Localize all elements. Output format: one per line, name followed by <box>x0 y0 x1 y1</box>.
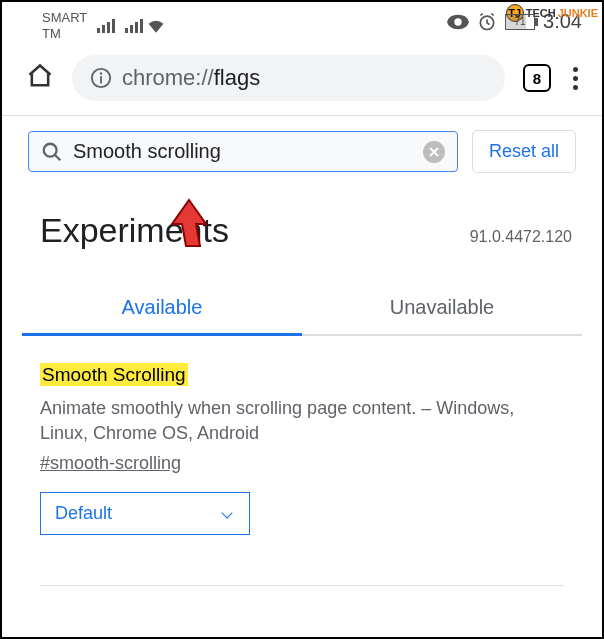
eye-icon <box>447 14 469 30</box>
carrier-label-2: TM <box>42 26 87 42</box>
alarm-icon <box>477 12 497 32</box>
url-scheme: chrome:// <box>122 65 214 90</box>
info-icon <box>90 67 112 89</box>
browser-toolbar: chrome://flags 8 <box>2 45 602 116</box>
search-icon <box>41 141 63 163</box>
signal-icon-2 <box>125 19 143 33</box>
search-row: Reset all <box>2 116 602 187</box>
tab-bar: Available Unavailable <box>22 282 582 336</box>
cursor-pointer-overlay <box>166 198 212 250</box>
svg-rect-3 <box>100 76 102 83</box>
flag-entry: Smooth Scrolling Animate smoothly when s… <box>2 336 602 562</box>
svg-line-5 <box>55 154 61 160</box>
close-icon <box>429 147 439 157</box>
page-header: Experiments 91.0.4472.120 <box>2 187 602 264</box>
search-input[interactable] <box>73 140 413 163</box>
reset-all-button[interactable]: Reset all <box>472 130 576 173</box>
search-box[interactable] <box>28 131 458 172</box>
flag-title: Smooth Scrolling <box>40 363 188 386</box>
flag-anchor-link[interactable]: #smooth-scrolling <box>40 453 181 474</box>
divider <box>40 585 564 586</box>
battery-percent: 71 <box>515 16 526 27</box>
tab-switcher-button[interactable]: 8 <box>523 64 551 92</box>
tab-unavailable[interactable]: Unavailable <box>302 282 582 334</box>
watermark-text-2: JUNKIE <box>558 7 598 19</box>
signal-icon <box>97 19 115 33</box>
version-label: 91.0.4472.120 <box>470 228 572 246</box>
battery-icon: 71 <box>505 14 535 30</box>
home-button[interactable] <box>26 62 54 94</box>
overflow-menu-button[interactable] <box>569 63 582 94</box>
svg-point-2 <box>100 72 102 74</box>
chevron-down-icon <box>221 507 232 518</box>
flag-description: Animate smoothly when scrolling page con… <box>40 396 564 446</box>
wifi-icon <box>147 19 165 33</box>
url-path: flags <box>214 65 260 90</box>
carrier-label-1: SMART <box>42 10 87 26</box>
tab-available[interactable]: Available <box>22 282 302 336</box>
flag-dropdown-value: Default <box>55 503 112 524</box>
clear-search-button[interactable] <box>423 141 445 163</box>
svg-point-4 <box>44 143 57 156</box>
address-bar[interactable]: chrome://flags <box>72 55 505 101</box>
flag-dropdown[interactable]: Default <box>40 492 250 535</box>
